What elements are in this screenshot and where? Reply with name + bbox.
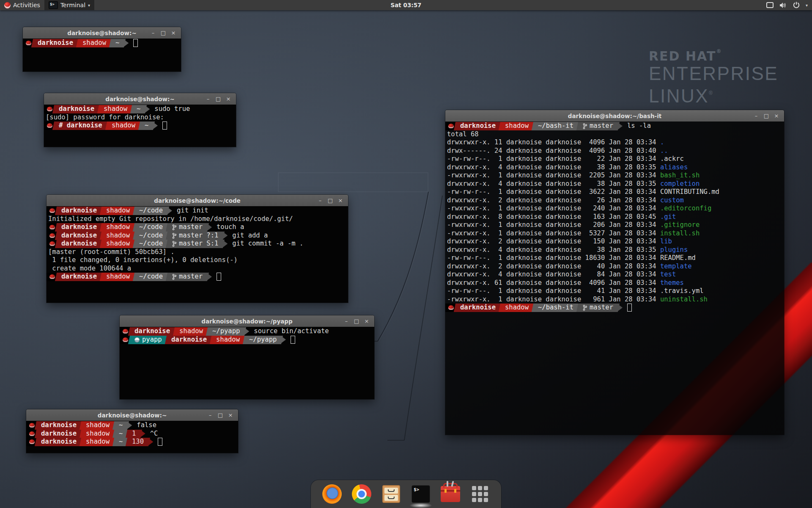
prompt-segment-user: darknoise [55,232,103,240]
ls-row-name: bash_it.sh [660,171,700,179]
window-buttons: –□× [203,93,233,105]
window-title: darknoise@shadow:~ [98,412,167,419]
running-indicator [409,503,432,508]
terminal-body[interactable]: darknoiseshadow~/pyappsource bin/activat… [120,327,374,399]
activities-button[interactable]: Activities [0,0,44,10]
close-button[interactable]: × [223,93,233,105]
terminal-app-icon: $> [49,1,58,9]
window-buttons: –□× [148,27,178,39]
maximize-button[interactable]: □ [761,110,771,121]
power-icon[interactable] [793,2,800,8]
terminal-body[interactable]: darknoiseshadow~/bash-itmasterls -latota… [445,121,784,435]
prompt-segment-host: shadow [210,336,246,344]
redhat-icon [49,225,55,229]
close-button[interactable]: × [335,195,346,206]
prompt-segment-user: darknoise [31,39,80,47]
terminal-body[interactable]: darknoiseshadow~sudo true[sudo] password… [44,105,236,147]
prompt-segment-host: shadow [499,122,535,130]
ls-row-meta: drwxrwxr-x. 8 darknoise darknoise 163 Ja… [447,213,660,221]
prompt-segment-git: master [166,273,209,281]
maximize-button[interactable]: □ [158,27,168,39]
minimize-button[interactable]: – [205,409,215,421]
dock-item-files[interactable] [381,484,401,504]
terminal-body[interactable]: darknoiseshadow~/codegit initInitialized… [47,206,348,303]
app-menu[interactable]: $> Terminal ▾ [44,0,94,10]
prompt-segment-user: darknoise [454,304,502,312]
output-line: 1 file changed, 0 insertions(+), 0 delet… [47,256,348,265]
prompt-segment-user: darknoise [35,438,83,446]
command-text: git commit -a -m . [232,240,303,248]
dock-item-firefox[interactable] [322,484,342,504]
ls-row-meta: drwxrwxr-x. 4 darknoise darknoise 38 Jan… [447,163,660,171]
python-icon [134,337,140,342]
minimize-button[interactable]: – [315,195,325,206]
dock-item-chrome[interactable] [351,484,372,504]
prompt-line: darknoiseshadow~/codegit init [47,207,348,215]
window-titlebar[interactable]: darknoise@shadow:~/bash-it–□× [445,110,784,121]
ls-row: -rwxrwxr-x. 1 darknoise darknoise 240 Ja… [445,204,784,213]
minimize-button[interactable]: – [148,27,158,39]
prompt-segment-user: darknoise [52,105,101,113]
powerline-arrow-icon [152,121,158,130]
dock-item-terminal[interactable]: $> [411,484,431,504]
ls-row-meta: drwxrwxr-x. 61 darknoise darknoise 4096 … [447,279,660,287]
maximize-button[interactable]: □ [325,195,335,206]
screen-icon[interactable] [766,2,774,8]
window-titlebar[interactable]: darknoise@shadow:~–□× [26,409,238,421]
prompt-segment-user: darknoise [35,430,83,438]
prompt-segment-host: shadow [499,304,535,312]
ls-row-meta: drwxrwxr-x. 2 darknoise darknoise 150 Ja… [447,237,660,245]
terminal-icon: $> [411,485,430,503]
window-titlebar[interactable]: darknoise@shadow:~/pyapp–□× [120,315,374,327]
minimize-button[interactable]: – [341,315,351,327]
window-titlebar[interactable]: darknoise@shadow:~/code–□× [47,195,348,206]
prompt-segment-host: shadow [100,240,136,248]
terminal-body[interactable]: darknoiseshadow~falsedarknoiseshadow~1^C… [26,421,238,453]
ls-row: drwxrwxr-x. 11 darknoise darknoise 4096 … [445,138,784,147]
close-button[interactable]: × [168,27,178,39]
maximize-button[interactable]: □ [351,315,362,327]
window-titlebar[interactable]: darknoise@shadow:~–□× [44,93,236,105]
dock-item-toolbox[interactable] [440,484,461,504]
terminal-body[interactable]: darknoiseshadow~ [23,39,181,72]
prompt-segment-path: ~/bash-it [532,122,580,130]
ls-row-name: CONTRIBUTING.md [660,188,719,196]
close-button[interactable]: × [225,409,236,421]
terminal-window-t2: darknoise@shadow:~–□×darknoiseshadow~sud… [44,93,236,147]
minimize-button[interactable]: – [751,110,761,121]
ls-row-name: . [660,138,664,146]
terminal-window-t5: darknoise@shadow:~–□×darknoiseshadow~fal… [26,409,238,453]
prompt-segment-user: darknoise [55,273,103,281]
prompt-segment-path: ~/bash-it [532,304,580,312]
minimize-button[interactable]: – [203,93,213,105]
ls-row-name: lib [660,237,672,245]
ls-row-meta: drwxrwxr-x. 2 darknoise darknoise 26 Jan… [447,196,660,204]
prompt-segment-git: master ?:1 [166,232,225,240]
maximize-button[interactable]: □ [213,93,223,105]
powerline-arrow-icon [244,327,249,336]
system-menu-caret-icon[interactable]: ▾ [806,3,808,8]
output-line: Initialized empty Git repository in /hom… [47,215,348,224]
close-button[interactable]: × [362,315,372,327]
app-grid-icon [472,486,488,502]
terminal-cursor [162,121,167,130]
ls-row: drwxrwxr-x. 8 darknoise darknoise 163 Ja… [445,213,784,221]
terminal-window-t4: darknoise@shadow:~/pyapp–□×darknoiseshad… [120,315,374,399]
maximize-button[interactable]: □ [215,409,225,421]
command-text: source bin/activate [254,327,329,336]
terminal-window-t1: darknoise@shadow:~–□×darknoiseshadow~ [23,27,181,72]
close-button[interactable]: × [771,110,782,121]
volume-icon[interactable] [779,2,787,8]
toolbox-lid [441,490,460,491]
ls-row-meta: drwxrwxr-x. 11 darknoise darknoise 4096 … [447,138,660,146]
rhel-branding: RED HAT® ENTERPRISE LINUX® [649,44,778,106]
window-titlebar[interactable]: darknoise@shadow:~–□× [23,27,181,39]
dock-item-app-grid[interactable] [470,484,490,504]
redhat-icon [49,233,55,238]
ls-row-name: template [660,262,692,270]
ls-row-meta: drwxrwxr-x. 4 darknoise darknoise 38 Jan… [447,180,660,188]
clock[interactable]: Sat 03:57 [391,0,422,10]
prompt-segment-path: ~/code [133,232,169,240]
prompt-segment-host: shadow [80,430,116,438]
prompt-line: darknoiseshadow~1^C [26,430,238,438]
